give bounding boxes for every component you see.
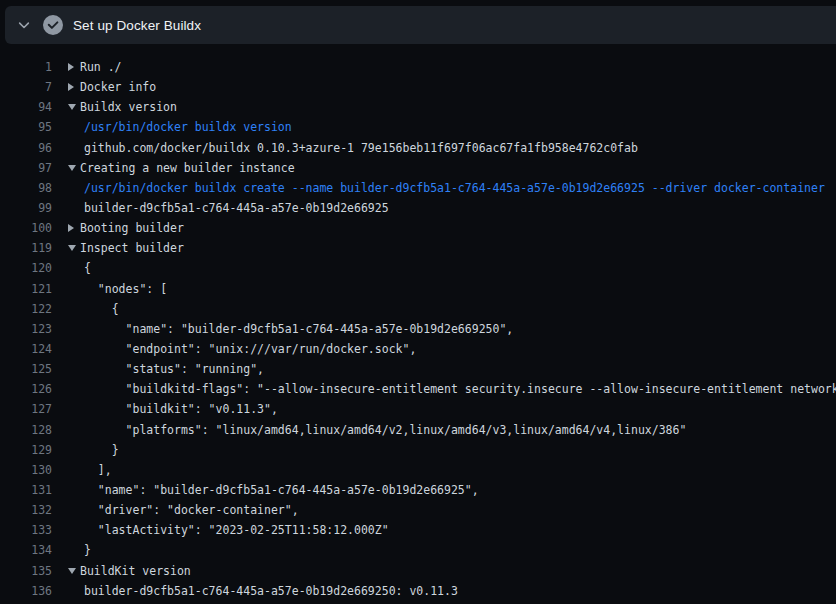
line-number[interactable]: 136 (0, 584, 52, 598)
triangle-glyph (68, 83, 74, 91)
log-output-text: { (68, 261, 91, 275)
line-number[interactable]: 128 (0, 423, 52, 437)
log-group-toggle[interactable]: Run ./ (68, 60, 122, 74)
log-output-text: "nodes": [ (68, 282, 167, 296)
line-number[interactable]: 130 (0, 463, 52, 477)
triangle-right-icon[interactable] (68, 63, 80, 71)
chevron-down-icon (17, 18, 31, 32)
log-row: 127 "buildkit": "v0.11.3", (0, 399, 836, 419)
line-number[interactable]: 100 (0, 221, 52, 235)
log-row: 131 "name": "builder-d9cfb5a1-c764-445a-… (0, 480, 836, 500)
log-output-text: "platforms": "linux/amd64,linux/amd64/v2… (68, 423, 686, 437)
log-output-text: builder-d9cfb5a1-c764-445a-a57e-0b19d2e6… (68, 584, 458, 598)
line-number[interactable]: 95 (0, 120, 52, 134)
log-group-title: Run ./ (80, 60, 122, 74)
log-output-text: "driver": "docker-container", (68, 503, 299, 517)
log-group-toggle[interactable]: Docker info (68, 80, 156, 94)
triangle-down-icon[interactable] (68, 245, 80, 251)
log-row: 126 "buildkitd-flags": "--allow-insecure… (0, 379, 836, 399)
step-header[interactable]: Set up Docker Buildx (5, 6, 836, 44)
log-row: 94Buildx version (0, 97, 836, 117)
log-output-text: ], (68, 463, 112, 477)
log-group-toggle[interactable]: Booting builder (68, 221, 184, 235)
line-number[interactable]: 134 (0, 543, 52, 557)
log-row: 97Creating a new builder instance (0, 158, 836, 178)
log-row: 134} (0, 540, 836, 560)
log-row: 129 } (0, 440, 836, 460)
log-group-toggle[interactable]: BuildKit version (68, 564, 191, 578)
line-number[interactable]: 132 (0, 503, 52, 517)
log-row: 128 "platforms": "linux/amd64,linux/amd6… (0, 420, 836, 440)
log-group-title: Docker info (80, 80, 156, 94)
log-output-text: "status": "running", (68, 362, 264, 376)
triangle-glyph (68, 224, 74, 232)
log-row: 1Run ./ (0, 57, 836, 77)
log-group-title: Buildx version (80, 100, 177, 114)
log-row: 123 "name": "builder-d9cfb5a1-c764-445a-… (0, 319, 836, 339)
triangle-right-icon[interactable] (68, 83, 80, 91)
log-command-text: /usr/bin/docker buildx create --name bui… (68, 181, 825, 195)
triangle-glyph (68, 245, 76, 251)
log-output-text: "name": "builder-d9cfb5a1-c764-445a-a57e… (68, 483, 479, 497)
line-number[interactable]: 1 (0, 60, 52, 74)
log-output-text: builder-d9cfb5a1-c764-445a-a57e-0b19d2e6… (68, 201, 389, 215)
log-row: 136builder-d9cfb5a1-c764-445a-a57e-0b19d… (0, 581, 836, 601)
log-command-text: /usr/bin/docker buildx version (68, 120, 292, 134)
log-row: 120{ (0, 258, 836, 278)
triangle-down-icon[interactable] (68, 104, 80, 110)
log-row: 100Booting builder (0, 218, 836, 238)
log-group-toggle[interactable]: Creating a new builder instance (68, 161, 295, 175)
line-number[interactable]: 94 (0, 100, 52, 114)
log-row: 95/usr/bin/docker buildx version (0, 117, 836, 137)
log-group-toggle[interactable]: Buildx version (68, 100, 177, 114)
log-output-text: "buildkit": "v0.11.3", (68, 402, 278, 416)
log-row: 133 "lastActivity": "2023-02-25T11:58:12… (0, 520, 836, 540)
line-number[interactable]: 124 (0, 342, 52, 356)
line-number[interactable]: 119 (0, 241, 52, 255)
log-row: 122 { (0, 299, 836, 319)
triangle-glyph (68, 165, 76, 171)
line-number[interactable]: 7 (0, 80, 52, 94)
log-output-text: github.com/docker/buildx 0.10.3+azure-1 … (68, 141, 638, 155)
step-toggle-button[interactable] (12, 13, 36, 37)
line-number[interactable]: 123 (0, 322, 52, 336)
line-number[interactable]: 135 (0, 564, 52, 578)
log-group-toggle[interactable]: Inspect builder (68, 241, 184, 255)
log-row: 124 "endpoint": "unix:///var/run/docker.… (0, 339, 836, 359)
log-output-text: } (68, 543, 91, 557)
line-number[interactable]: 97 (0, 161, 52, 175)
triangle-glyph (68, 63, 74, 71)
log-lines: 1Run ./7Docker info94Buildx version95/us… (0, 44, 836, 604)
triangle-right-icon[interactable] (68, 224, 80, 232)
triangle-down-icon[interactable] (68, 165, 80, 171)
line-number[interactable]: 121 (0, 282, 52, 296)
line-number[interactable]: 131 (0, 483, 52, 497)
line-number[interactable]: 129 (0, 443, 52, 457)
line-number[interactable]: 125 (0, 362, 52, 376)
log-row: 119Inspect builder (0, 238, 836, 258)
triangle-glyph (68, 104, 76, 110)
line-number[interactable]: 96 (0, 141, 52, 155)
log-row: 130 ], (0, 460, 836, 480)
log-row: 7Docker info (0, 77, 836, 97)
log-row: 132 "driver": "docker-container", (0, 500, 836, 520)
line-number[interactable]: 98 (0, 181, 52, 195)
log-row: 98/usr/bin/docker buildx create --name b… (0, 178, 836, 198)
log-output-text: } (68, 443, 119, 457)
log-output-text: "buildkitd-flags": "--allow-insecure-ent… (68, 382, 836, 396)
log-output-text: { (68, 302, 119, 316)
log-row: 135BuildKit version (0, 561, 836, 581)
log-row: 121 "nodes": [ (0, 279, 836, 299)
line-number[interactable]: 127 (0, 402, 52, 416)
log-group-title: Inspect builder (80, 241, 184, 255)
line-number[interactable]: 126 (0, 382, 52, 396)
line-number[interactable]: 120 (0, 261, 52, 275)
triangle-down-icon[interactable] (68, 568, 80, 574)
line-number[interactable]: 122 (0, 302, 52, 316)
log-group-title: BuildKit version (80, 564, 191, 578)
log-output-text: "name": "builder-d9cfb5a1-c764-445a-a57e… (68, 322, 513, 336)
line-number[interactable]: 99 (0, 201, 52, 215)
line-number[interactable]: 133 (0, 523, 52, 537)
step-title: Set up Docker Buildx (73, 18, 201, 33)
check-circle-icon (43, 15, 63, 35)
